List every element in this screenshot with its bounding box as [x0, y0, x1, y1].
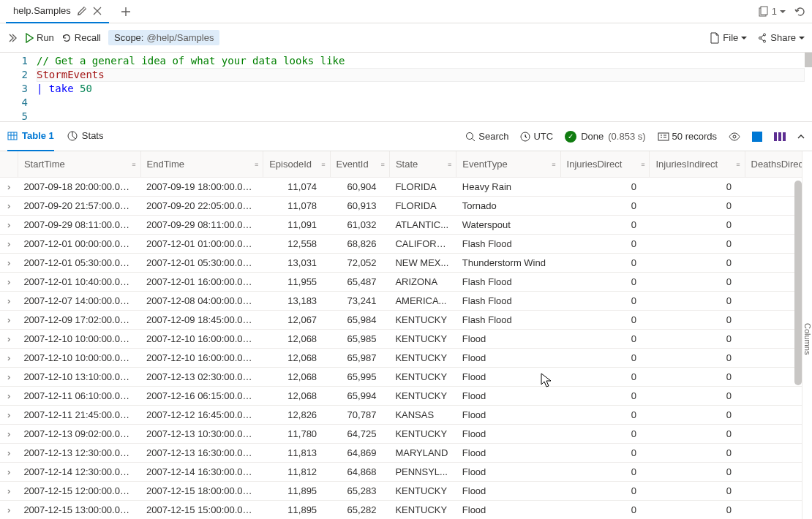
table-row[interactable]: ›2007-09-29 08:11:00.00002007-09-29 08:1…	[0, 216, 812, 235]
table-row[interactable]: ›2007-12-10 13:10:00.00002007-12-13 02:3…	[0, 368, 812, 387]
cell-injindirect: 0	[650, 292, 745, 311]
cell-eventtype: Flash Flood	[456, 311, 560, 330]
table-row[interactable]: ›2007-12-09 17:02:00.00002007-12-09 18:4…	[0, 311, 812, 330]
recall-button[interactable]: Recall	[61, 32, 101, 43]
table-row[interactable]: ›2007-12-13 12:30:00.00002007-12-13 16:3…	[0, 444, 812, 463]
table-row[interactable]: ›2007-12-13 09:02:00.00002007-12-13 10:3…	[0, 425, 812, 444]
col-starttime[interactable]: StartTime≡	[18, 151, 140, 178]
cell-eventtype: Flash Flood	[456, 235, 560, 254]
col-episodeid[interactable]: EpisodeId≡	[263, 151, 330, 178]
expand-row-icon[interactable]: ›	[0, 463, 18, 482]
cell-eventtype: Flood	[456, 330, 560, 349]
table-row[interactable]: ›2007-12-15 13:00:00.00002007-12-15 15:0…	[0, 501, 812, 520]
stats-icon	[67, 131, 78, 141]
expand-row-icon[interactable]: ›	[0, 444, 18, 463]
undo-icon[interactable]	[794, 6, 806, 18]
expand-row-icon[interactable]: ›	[0, 254, 18, 273]
svg-point-10	[733, 135, 736, 138]
tab-stats[interactable]: Stats	[67, 122, 104, 151]
cell-episodeid: 11,812	[263, 463, 330, 482]
file-menu[interactable]: File	[710, 32, 747, 44]
expand-row-icon[interactable]: ›	[0, 178, 18, 197]
expand-row-icon[interactable]: ›	[0, 406, 18, 425]
chevron-up-icon[interactable]	[797, 133, 805, 140]
expand-row-icon[interactable]: ›	[0, 216, 18, 235]
table-row[interactable]: ›2007-12-11 06:10:00.00002007-12-16 06:1…	[0, 387, 812, 406]
cell-eventtype: Flood	[456, 501, 560, 520]
share-icon	[757, 33, 767, 43]
table-row[interactable]: ›2007-09-18 20:00:00.00002007-09-19 18:0…	[0, 178, 812, 197]
table-row[interactable]: ›2007-12-11 21:45:00.00002007-12-12 16:4…	[0, 406, 812, 425]
tab-table1[interactable]: Table 1	[7, 122, 54, 151]
cell-state: NEW MEX...	[389, 254, 456, 273]
cell-eventid: 64,868	[330, 463, 389, 482]
duplicate-button[interactable]: 1	[757, 6, 786, 18]
cell-injindirect: 0	[650, 197, 745, 216]
table-row[interactable]: ›2007-12-01 05:30:00.00002007-12-01 05:3…	[0, 254, 812, 273]
close-icon[interactable]	[93, 7, 102, 15]
editor-scrollbar[interactable]	[805, 53, 812, 67]
code-content[interactable]: // Get a general idea of what your data …	[37, 53, 812, 121]
grid-scrollbar[interactable]	[794, 181, 802, 385]
code-editor[interactable]: 1 2 3 4 5 // Get a general idea of what …	[0, 53, 812, 122]
cell-eventtype: Heavy Rain	[456, 178, 560, 197]
expand-row-icon[interactable]: ›	[0, 330, 18, 349]
pencil-icon[interactable]	[77, 6, 87, 16]
table-row[interactable]: ›2007-12-15 12:00:00.00002007-12-15 18:0…	[0, 482, 812, 501]
cell-episodeid: 12,068	[263, 349, 330, 368]
expand-row-icon[interactable]: ›	[0, 501, 18, 520]
table-row[interactable]: ›2007-12-07 14:00:00.00002007-12-08 04:0…	[0, 292, 812, 311]
expand-row-icon[interactable]: ›	[0, 197, 18, 216]
expand-row-icon[interactable]: ›	[0, 273, 18, 292]
table-row[interactable]: ›2007-12-14 12:30:00.00002007-12-14 16:3…	[0, 463, 812, 482]
scope-selector[interactable]: Scope: @help/Samples	[108, 30, 219, 45]
status-done: ✓ Done (0.853 s)	[565, 131, 645, 143]
expand-row-icon[interactable]: ›	[0, 425, 18, 444]
expand-row-icon[interactable]: ›	[0, 368, 18, 387]
col-injdirect[interactable]: InjuriesDirect≡	[560, 151, 650, 178]
cell-injdirect: 0	[560, 425, 650, 444]
new-tab-button[interactable]	[121, 7, 131, 17]
col-injindirect[interactable]: InjuriesIndirect≡	[650, 151, 745, 178]
columns-panel-toggle[interactable]: Columns	[802, 151, 812, 519]
expand-row-icon[interactable]: ›	[0, 292, 18, 311]
cell-endtime: 2007-12-01 05:30:00.0000	[140, 254, 263, 273]
cell-injindirect: 0	[650, 311, 745, 330]
table-row[interactable]: ›2007-12-01 00:00:00.00002007-12-01 01:0…	[0, 235, 812, 254]
share-menu[interactable]: Share	[757, 32, 805, 43]
col-eventid[interactable]: EventId≡	[330, 151, 389, 178]
search-button[interactable]: Search	[465, 131, 508, 142]
col-endtime[interactable]: EndTime≡	[140, 151, 263, 178]
cell-endtime: 2007-12-10 16:00:00.0000	[140, 349, 263, 368]
expand-row-icon[interactable]: ›	[0, 482, 18, 501]
cell-episodeid: 13,183	[263, 292, 330, 311]
cell-injindirect: 0	[650, 178, 745, 197]
expand-row-icon[interactable]: ›	[0, 311, 18, 330]
expand-row-icon[interactable]: ›	[0, 349, 18, 368]
expand-row-icon[interactable]: ›	[0, 387, 18, 406]
expand-toolbar-icon[interactable]	[7, 33, 18, 43]
cell-episodeid: 11,074	[263, 178, 330, 197]
col-state[interactable]: State≡	[389, 151, 456, 178]
color-rules-icon[interactable]	[752, 132, 762, 142]
cell-endtime: 2007-12-14 16:30:00.0000	[140, 463, 263, 482]
tab-help-samples[interactable]: help.Samples	[6, 0, 109, 23]
cell-eventid: 65,984	[330, 311, 389, 330]
timezone-button[interactable]: UTC	[520, 131, 553, 142]
cell-state: KENTUCKY	[389, 330, 456, 349]
table-row[interactable]: ›2007-12-10 10:00:00.00002007-12-10 16:0…	[0, 349, 812, 368]
sort-icon: ≡	[321, 161, 325, 168]
col-eventtype[interactable]: EventType≡	[456, 151, 560, 178]
column-layout-icon[interactable]	[774, 132, 786, 141]
cell-injdirect: 0	[560, 273, 650, 292]
table-row[interactable]: ›2007-12-10 10:00:00.00002007-12-10 16:0…	[0, 330, 812, 349]
results-toolbar: Table 1 Stats Search UTC ✓ Done (0.853 s…	[0, 122, 812, 151]
cell-starttime: 2007-12-10 10:00:00.0000	[18, 349, 140, 368]
header-row: StartTime≡ EndTime≡ EpisodeId≡ EventId≡ …	[0, 151, 812, 178]
results-grid-wrapper: StartTime≡ EndTime≡ EpisodeId≡ EventId≡ …	[0, 151, 812, 519]
table-row[interactable]: ›2007-12-01 10:40:00.00002007-12-01 16:0…	[0, 273, 812, 292]
expand-row-icon[interactable]: ›	[0, 235, 18, 254]
run-button[interactable]: Run	[25, 32, 54, 43]
table-row[interactable]: ›2007-09-20 21:57:00.00002007-09-20 22:0…	[0, 197, 812, 216]
eye-icon[interactable]	[729, 132, 740, 141]
